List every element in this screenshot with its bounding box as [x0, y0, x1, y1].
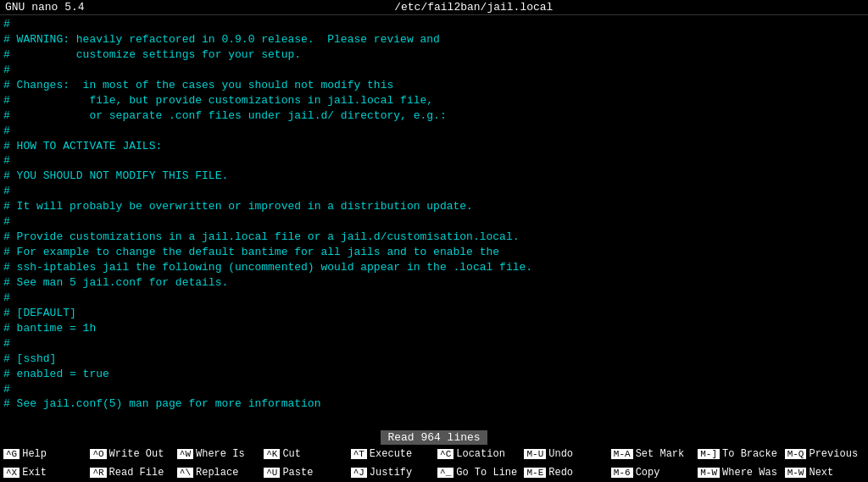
app-title: GNU nano 5.4	[5, 1, 85, 14]
shortcut-item: ^RRead File	[86, 463, 173, 482]
shortcut-label: Exit	[22, 467, 47, 479]
shortcut-label: Copy	[636, 467, 660, 479]
shortcut-key: M-Q	[785, 449, 807, 459]
shortcut-key: ^W	[177, 449, 193, 459]
shortcut-label: To Bracket	[722, 448, 778, 460]
shortcut-key: M-E	[524, 468, 546, 478]
shortcut-label: Execute	[370, 448, 412, 460]
shortcut-key: M-W	[698, 468, 720, 478]
shortcut-label: Previous	[809, 448, 858, 460]
shortcut-item: M-ASet Mark	[608, 445, 694, 463]
shortcut-item: M-WWhere Was	[694, 463, 781, 482]
shortcut-item: ^_Go To Line	[434, 463, 520, 482]
shortcut-label: Next	[809, 467, 833, 479]
shortcut-item: ^GHelp	[0, 445, 86, 463]
status-message: Read 964 lines	[381, 430, 487, 445]
shortcut-key: ^X	[3, 468, 19, 478]
editor-area[interactable]: # # WARNING: heavily refactored in 0.9.0…	[0, 15, 868, 430]
shortcut-key: M-U	[524, 449, 546, 459]
shortcut-key: ^O	[90, 449, 106, 459]
file-path: /etc/fail2ban/jail.local	[394, 1, 553, 14]
shortcut-label: Write Out	[109, 448, 164, 460]
shortcut-item: ^OWrite Out	[86, 445, 173, 463]
shortcut-key: ^U	[264, 468, 280, 478]
shortcut-label: Undo	[548, 448, 573, 460]
shortcut-key: M-W	[785, 468, 807, 478]
shortcut-row-2: ^XExit^RRead File^\Replace^UPaste^JJusti…	[0, 463, 868, 482]
shortcut-item: ^XExit	[0, 463, 86, 482]
shortcut-label: Redo	[548, 467, 573, 479]
shortcut-key: ^_	[437, 468, 453, 478]
shortcut-key: M-6	[611, 468, 633, 478]
shortcut-key: ^\	[177, 468, 193, 478]
shortcut-item: M-UUndo	[520, 445, 607, 463]
shortcut-label: Where Was	[722, 467, 777, 479]
shortcut-item: ^\Replace	[174, 463, 260, 482]
shortcut-label: Set Mark	[636, 448, 685, 460]
shortcut-row-1: ^GHelp^OWrite Out^WWhere Is^KCut^TExecut…	[0, 445, 868, 463]
shortcut-item: M-WNext	[782, 463, 868, 482]
shortcut-item: ^WWhere Is	[174, 445, 260, 463]
shortcut-key: M-]	[698, 449, 720, 459]
shortcut-label: Replace	[196, 467, 238, 479]
status-bar: Read 964 lines	[0, 430, 868, 445]
shortcut-item: ^CLocation	[434, 445, 520, 463]
shortcut-item: ^JJustify	[348, 463, 434, 482]
shortcut-label: Paste	[282, 467, 313, 479]
shortcut-label: Location	[456, 448, 505, 460]
shortcut-label: Where Is	[196, 448, 245, 460]
shortcut-key: ^G	[3, 449, 19, 459]
shortcut-item: M-ERedo	[520, 463, 607, 482]
title-bar: GNU nano 5.4 /etc/fail2ban/jail.local	[0, 0, 868, 15]
shortcut-key: ^J	[351, 468, 367, 478]
shortcut-key: ^K	[264, 449, 280, 459]
shortcut-key: M-A	[611, 449, 633, 459]
shortcut-bar: ^GHelp^OWrite Out^WWhere Is^KCut^TExecut…	[0, 445, 868, 482]
shortcut-item: M-6Copy	[608, 463, 694, 482]
shortcut-key: ^T	[351, 449, 367, 459]
shortcut-item: ^TExecute	[348, 445, 434, 463]
shortcut-item: ^KCut	[260, 445, 347, 463]
shortcut-label: Cut	[282, 448, 301, 460]
shortcut-item: M-QPrevious	[782, 445, 868, 463]
shortcut-key: ^R	[90, 468, 106, 478]
shortcut-item: ^UPaste	[260, 463, 347, 482]
shortcut-label: Justify	[370, 467, 412, 479]
shortcut-key: ^C	[437, 449, 453, 459]
shortcut-item: M-]To Bracket	[694, 445, 781, 463]
shortcut-label: Go To Line	[456, 467, 517, 479]
shortcut-label: Help	[22, 448, 47, 460]
shortcut-label: Read File	[109, 467, 164, 479]
